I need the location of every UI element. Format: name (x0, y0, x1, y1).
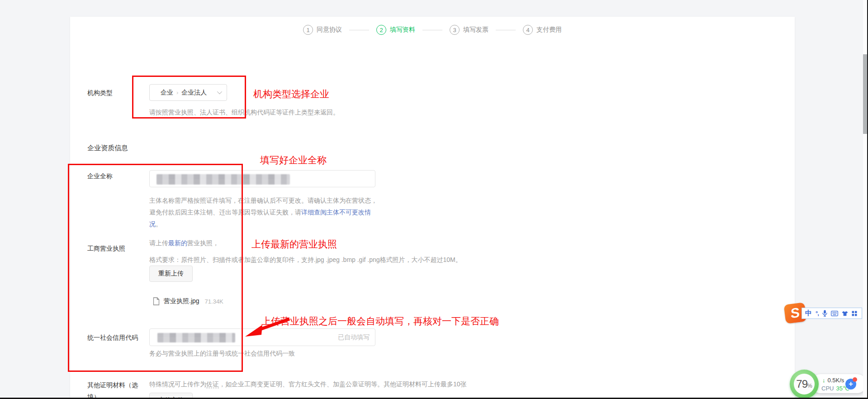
sogou-logo-letter: S (791, 305, 800, 322)
sogou-toolbar[interactable]: 中 °, (802, 308, 862, 319)
stepper-connector (349, 30, 369, 30)
battery-percent-sign: % (807, 383, 812, 389)
step-4-circle: 4 (523, 25, 533, 35)
step-1-label: 同意协议 (317, 26, 342, 34)
stepper-connector (422, 30, 442, 30)
network-speed: ↓ 0.5K/s (822, 377, 844, 384)
step-2-circle: 2 (376, 25, 386, 35)
annotation-org-type: 机构类型选择企业 (253, 88, 329, 100)
microphone-icon[interactable] (822, 310, 827, 317)
step-3-label: 填写发票 (463, 26, 489, 34)
stepper-connector (496, 30, 516, 30)
step-1-circle: 1 (303, 25, 313, 35)
other-material-desc-tail: ，如企业工商变更证明、官方红头文件、加盖公章证明等。其他证明材料可上传最多10张 (219, 380, 467, 388)
battery-percent: 79 (796, 378, 807, 390)
step-3-circle: 3 (450, 25, 460, 35)
scrollbar-thumb[interactable] (863, 54, 867, 134)
other-material-label: 其他证明材料（选 填） (87, 379, 146, 399)
punctuation-icon[interactable]: °, (816, 310, 819, 317)
red-arrow (243, 317, 292, 338)
step-fill-invoice: 3 填写发票 (450, 25, 489, 35)
other-material-desc-text: 特殊情况可上传作为 (149, 380, 206, 388)
cpu-status: CPU 35℃ (821, 385, 849, 392)
annotation-license: 上传最新的营业执照 (251, 238, 337, 251)
network-speed-value: 0.5K/s (828, 377, 844, 384)
step-4-label: 支付费用 (536, 26, 562, 34)
chinese-mode-icon[interactable]: 中 (805, 309, 812, 318)
download-arrow-icon: ↓ (822, 377, 825, 384)
org-type-label: 机构类型 (87, 89, 113, 97)
skin-icon[interactable] (842, 311, 848, 316)
section-title-qualification: 企业资质信息 (87, 144, 128, 152)
keyboard-icon[interactable] (831, 311, 838, 316)
registration-stepper: 1 同意协议 2 填写资料 3 填写发票 4 支付费用 (70, 25, 795, 35)
step-agree-agreement: 1 同意协议 (303, 25, 342, 35)
other-material-desc: 特殊情况可上传作为佐证，如企业工商变更证明、官方红头文件、加盖公章证明等。其他证… (149, 380, 467, 389)
step-fill-info: 2 填写资料 (376, 25, 415, 35)
other-material-label-line1: 其他证明材料（选 (87, 381, 138, 389)
annotation-box-org-type (132, 76, 246, 119)
annotation-company-name: 填写好企业全称 (260, 154, 327, 166)
battery-ring[interactable]: 79 % (790, 370, 819, 399)
notification-dot (853, 377, 857, 382)
screen: 1 同意协议 2 填写资料 3 填写发票 4 支付费用 机构类型 企业 › 企业… (0, 0, 868, 399)
other-material-desc-link[interactable]: 佐证 (206, 380, 219, 388)
toolbox-icon[interactable] (852, 311, 857, 316)
credit-code-placeholder: 已自动填写 (338, 333, 370, 342)
annotation-box-form-fields (68, 164, 243, 372)
step-2-label: 填写资料 (390, 26, 415, 34)
annotation-credit-code: 上传营业执照之后一般会自动填写，再核对一下是否正确 (261, 315, 499, 328)
battery-ring-inner: 79 % (794, 374, 815, 394)
step-pay-fee: 4 支付费用 (523, 25, 562, 35)
cpu-label: CPU (821, 385, 834, 392)
